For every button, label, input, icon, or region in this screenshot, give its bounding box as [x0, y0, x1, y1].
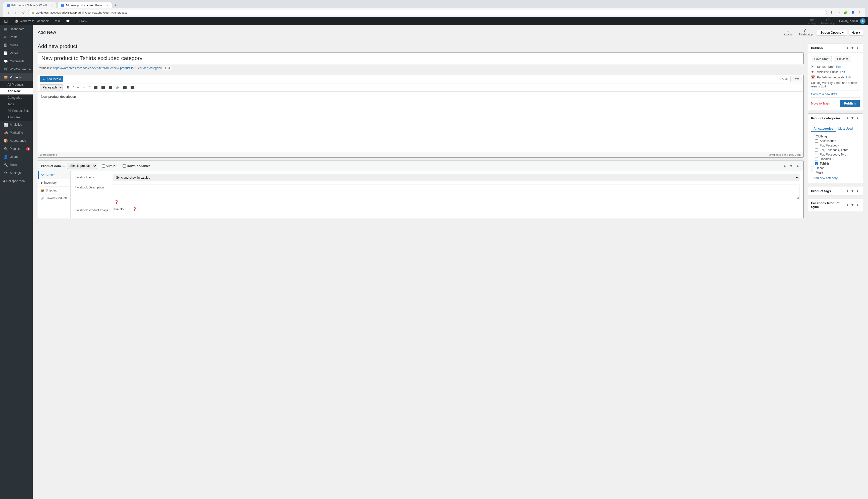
facebook-description-help-icon[interactable]: ❓ — [114, 200, 119, 204]
new-content-item[interactable]: + New — [77, 17, 88, 25]
visibility-edit-link[interactable]: Edit — [840, 70, 845, 74]
preview-button[interactable]: Preview — [834, 56, 851, 62]
toolbar-toggle-button[interactable]: ⬛ — [129, 85, 136, 90]
browser-tab-1[interactable]: Edit product "Album" • WordP... ✕ — [3, 2, 57, 8]
collapse-menu-item[interactable]: ◀ Collapse menu — [0, 177, 33, 185]
bold-button[interactable]: B — [65, 85, 71, 90]
cat-checkbox-accessories[interactable] — [815, 139, 818, 143]
publish-box-down-button[interactable]: ▼ — [850, 46, 855, 50]
tab-close-1[interactable]: ✕ — [51, 4, 53, 7]
categories-box-header[interactable]: Product categories ▲ ▼ ▲ — [808, 113, 863, 123]
product-data-up-button[interactable]: ▲ — [782, 163, 788, 168]
help-button[interactable]: Help ▾ — [849, 30, 863, 36]
unordered-list-button[interactable]: ≡ — [76, 85, 80, 90]
sidebar-item-plugins[interactable]: 🔌 Plugins 4 — [0, 145, 33, 153]
copy-draft-link[interactable]: Copy to a new draft — [811, 93, 860, 96]
tab-close-2[interactable]: ✕ — [106, 4, 108, 7]
sidebar-item-pages[interactable]: 📄 Pages — [0, 49, 33, 57]
sidebar-item-appearance[interactable]: 🎨 Appearance — [0, 137, 33, 145]
visual-tab[interactable]: Visual — [777, 76, 790, 82]
downloadable-checkbox[interactable] — [123, 164, 126, 168]
catalog-visibility-edit-link[interactable]: Edit — [821, 85, 826, 88]
cat-checkbox-clothing[interactable] — [811, 135, 814, 138]
link-button[interactable]: 🔗 — [114, 85, 121, 90]
move-to-trash-link[interactable]: Move to Trash — [811, 102, 830, 105]
cat-checkbox-for-facebook[interactable] — [815, 144, 818, 147]
bookmark-icon[interactable]: ☆ — [836, 10, 841, 15]
tags-box-down-button[interactable]: ▼ — [850, 188, 855, 194]
product-tab-linked-products[interactable]: 🔗 Linked Products — [38, 194, 70, 202]
sidebar-item-comments[interactable]: 💬 Comments — [0, 57, 33, 65]
tags-box-header[interactable]: Product tags ▲ ▼ ▲ — [808, 186, 863, 196]
download-icon[interactable]: ⬇ — [829, 10, 834, 15]
editor-body[interactable]: New product description — [38, 92, 804, 152]
publish-box-up-button[interactable]: ▲ — [845, 46, 850, 50]
refresh-button[interactable]: ↺ — [21, 10, 26, 15]
product-data-toggle-button[interactable]: ▲ — [795, 163, 801, 168]
product-tab-shipping[interactable]: 📦 Shipping — [38, 187, 70, 194]
comments-item[interactable]: 💬 0 — [64, 17, 74, 25]
submenu-add-new[interactable]: Add New — [0, 88, 33, 95]
product-title-input[interactable] — [38, 52, 804, 64]
sidebar-item-posts[interactable]: ✏ Posts — [0, 33, 33, 41]
add-media-button[interactable]: 🖼 Add Media — [40, 76, 63, 82]
cat-checkbox-tshirts[interactable] — [815, 162, 818, 165]
product-tab-general[interactable]: ⚙ General — [38, 171, 70, 179]
status-edit-link[interactable]: Edit — [836, 65, 841, 69]
sidebar-item-dashboard[interactable]: ⊞ Dashboard — [0, 25, 33, 33]
publish-box-toggle-button[interactable]: ▲ — [855, 46, 860, 50]
publish-box-header[interactable]: Publish ▲ ▼ ▲ — [808, 44, 863, 53]
sidebar-item-marketing[interactable]: 📣 Marketing — [0, 129, 33, 137]
fb-sync-box-up-button[interactable]: ▲ — [845, 203, 850, 208]
cat-checkbox-decor[interactable] — [811, 167, 814, 170]
screen-options-button[interactable]: Screen Options ▾ — [817, 30, 847, 36]
product-data-down-button[interactable]: ▼ — [789, 163, 794, 168]
product-type-select[interactable]: Simple product — [67, 163, 97, 169]
new-tab-button[interactable]: + — [112, 2, 119, 8]
sidebar-item-tools[interactable]: 🔧 Tools — [0, 161, 33, 169]
align-center-button[interactable]: ⬛ — [100, 85, 107, 90]
insert-more-button[interactable]: ⬛ — [122, 85, 128, 90]
permalink-url[interactable]: https://wordpress-facebook.ddev.site/pro… — [53, 66, 162, 70]
activity-header-button[interactable]: Activity — [782, 28, 795, 37]
facebook-product-image-help-icon[interactable]: ❓ — [132, 207, 137, 211]
all-categories-tab[interactable]: All categories — [811, 126, 836, 132]
sidebar-item-media[interactable]: 🖼 Media — [0, 41, 33, 49]
forward-button[interactable]: › — [13, 10, 18, 15]
menu-icon[interactable]: ⋮ — [857, 10, 863, 15]
admin-avatar[interactable]: A — [860, 19, 866, 24]
categories-box-toggle-button[interactable]: ▲ — [855, 115, 860, 121]
submenu-all-products[interactable]: All Products — [0, 82, 33, 88]
sidebar-item-settings[interactable]: ⚙ Settings — [0, 169, 33, 177]
tags-box-toggle-button[interactable]: ▲ — [855, 188, 860, 194]
updates-item[interactable]: ⊙ 8 — [53, 17, 62, 25]
edit-permalink-button[interactable]: Edit — [163, 66, 172, 70]
back-button[interactable]: ‹ — [5, 10, 11, 15]
fullscreen-button[interactable]: ⛶ — [136, 85, 142, 90]
sidebar-item-products[interactable]: 📦 Products — [0, 73, 33, 82]
blockquote-button[interactable]: ❝ — [87, 85, 92, 90]
submenu-categories[interactable]: Categories — [0, 95, 33, 101]
cat-checkbox-for-facebook-two[interactable] — [815, 153, 818, 156]
align-right-button[interactable]: ⬛ — [107, 85, 114, 90]
most-used-tab[interactable]: Most Used — [836, 126, 855, 132]
facebook-sync-select[interactable]: Sync and show in catalog — [113, 174, 799, 181]
cat-checkbox-for-facebook-three[interactable] — [815, 148, 818, 152]
ordered-list-button[interactable]: ≔ — [81, 85, 87, 90]
virtual-checkbox[interactable] — [102, 164, 105, 168]
extension-icon[interactable]: 🧩 — [843, 10, 848, 15]
fb-sync-box-toggle-button[interactable]: ▲ — [855, 203, 860, 208]
sidebar-item-analytics[interactable]: 📊 Analytics — [0, 121, 33, 129]
user-profile-icon[interactable]: 👤 — [850, 10, 855, 15]
submenu-fb-product-sets[interactable]: FB Product Sets — [0, 108, 33, 114]
fb-sync-box-header[interactable]: Facebook Product Sync ▲ ▼ ▲ — [808, 199, 863, 211]
finish-setup-button[interactable]: Finish setup — [819, 16, 837, 26]
address-bar[interactable]: 🔒 wordpress-facebook.ddev.site/wp-admin/… — [28, 10, 827, 15]
facebook-description-textarea[interactable] — [113, 184, 799, 199]
submenu-tags[interactable]: Tags — [0, 101, 33, 108]
publish-button[interactable]: Publish — [840, 100, 860, 107]
activity-button[interactable]: Activity — [805, 16, 819, 26]
format-select[interactable]: Paragraph — [40, 84, 63, 90]
italic-button[interactable]: I — [71, 85, 75, 90]
cat-checkbox-hoodies[interactable] — [815, 158, 818, 161]
